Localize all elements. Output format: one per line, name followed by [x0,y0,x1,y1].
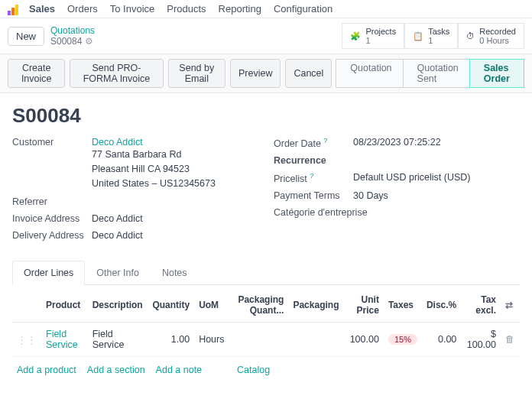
stat-label: Projects [365,27,396,36]
label-customer: Customer [12,137,92,190]
line-disc[interactable]: 0.00 [422,323,461,357]
line-subtotal: $ 100.00 [461,323,501,357]
send-by-email-button[interactable]: Send by Email [168,59,225,88]
stat-recorded[interactable]: ⏱Recorded0 Hours [458,23,524,49]
label-referrer: Referrer [12,196,92,207]
label-payment-terms: Payment Terms [274,190,353,201]
nav-products[interactable]: Products [167,3,206,15]
breadcrumb-link[interactable]: Quotations [50,25,95,36]
col-disc[interactable]: Disc.% [422,288,461,323]
addr-line1: 77 Santa Barbara Rd [92,148,216,162]
col-uom[interactable]: UoM [194,288,229,323]
app-logo-icon [8,4,18,15]
gear-icon[interactable]: ⚙ [85,36,93,47]
label-invoice-addr: Invoice Address [12,213,92,224]
status-quotation-sent[interactable]: Quotation Sent [403,59,470,88]
customer-link[interactable]: Deco Addict [92,137,143,148]
line-uom[interactable]: Hours [194,323,229,357]
col-quantity[interactable]: Quantity [148,288,194,323]
add-section-link[interactable]: Add a section [87,365,145,375]
col-product[interactable]: Product [41,288,88,323]
nav-orders[interactable]: Orders [67,3,98,15]
nav-to-invoice[interactable]: To Invoice [110,3,155,15]
drag-handle-icon[interactable]: ⋮⋮ [17,335,37,345]
stat-label: Tasks [428,27,449,36]
action-bar: Create InvoiceSend PRO-FORMA InvoiceSend… [0,54,532,93]
col-pkg-qty[interactable]: Packaging Quant... [229,288,288,323]
nav-configuration[interactable]: Configuration [274,3,332,15]
table-row[interactable]: ⋮⋮Field ServiceField Service1.00Hours100… [12,323,520,357]
payment-terms: 30 Days [353,190,388,201]
addr-line2: Pleasant Hill CA 94523 [92,162,216,177]
clock-icon: ⏱ [466,31,475,41]
columns-options-icon[interactable]: ⇄ [505,300,513,310]
breadcrumb-record: S00084 [50,36,82,47]
line-unit-price[interactable]: 100.00 [343,323,383,357]
svg-rect-1 [11,8,15,15]
record-title: S00084 [12,104,520,128]
cancel-button[interactable]: Cancel [285,59,332,88]
line-qty[interactable]: 1.00 [148,323,194,357]
col-packaging[interactable]: Packaging [288,288,343,323]
stat-value: 1 [365,36,396,45]
col-taxes[interactable]: Taxes [384,288,422,323]
col-unit-price[interactable]: Unit Price [343,288,383,323]
pricelist: Default USD pricelist (USD) [353,172,471,184]
top-nav: SalesOrdersTo InvoiceProductsReportingCo… [0,0,532,18]
new-button[interactable]: New [8,27,44,46]
svg-rect-0 [8,11,11,15]
preview-button[interactable]: Preview [230,59,281,88]
trash-icon[interactable]: 🗑 [505,334,515,345]
status-sales-order[interactable]: Sales Order [469,59,524,88]
catalog-link[interactable]: Catalog [237,365,270,375]
stat-tasks[interactable]: 📋Tasks1 [404,23,458,49]
label-category: Catégorie d'entreprise [274,207,381,218]
stat-label: Recorded [479,27,516,36]
label-pricelist: Pricelist ? [274,172,353,184]
stat-value: 1 [428,36,449,45]
col-tax-excl[interactable]: Tax excl. [461,288,501,323]
line-description: Field Service [88,323,148,357]
label-delivery-addr: Delivery Address [12,230,92,241]
list-icon: 📋 [413,31,423,41]
nav-reporting[interactable]: Reporting [219,3,261,15]
delivery-addr: Deco Addict [92,230,143,241]
invoice-addr: Deco Addict [92,213,143,224]
stat-value: 0 Hours [479,36,516,45]
addr-line3: United States – US12345673 [92,177,216,191]
tab-order-lines[interactable]: Order Lines [12,261,85,285]
status-quotation[interactable]: Quotation [336,59,403,88]
send-pro-forma-invoice-button[interactable]: Send PRO-FORMA Invoice [70,59,163,88]
tab-notes[interactable]: Notes [151,261,199,284]
tab-other-info[interactable]: Other Info [85,261,151,284]
tax-badge[interactable]: 15% [388,334,417,345]
puzzle-icon: 🧩 [350,31,361,41]
add-note-link[interactable]: Add a note [156,365,202,375]
label-order-date: Order Date ? [274,137,353,149]
nav-sales[interactable]: Sales [29,3,55,15]
order-date: 08/23/2023 07:25:22 [353,137,441,149]
create-invoice-button[interactable]: Create Invoice [8,59,65,88]
line-product[interactable]: Field Service [46,329,78,350]
stat-projects[interactable]: 🧩Projects1 [342,23,404,49]
svg-rect-2 [15,5,18,15]
breadcrumb-row: New Quotations S00084 ⚙ 🧩Projects1📋Tasks… [0,18,532,54]
add-product-link[interactable]: Add a product [17,365,76,375]
label-recurrence: Recurrence [274,155,353,166]
order-lines-table: Product Description Quantity UoM Packagi… [12,288,520,357]
col-description[interactable]: Description [88,288,148,323]
